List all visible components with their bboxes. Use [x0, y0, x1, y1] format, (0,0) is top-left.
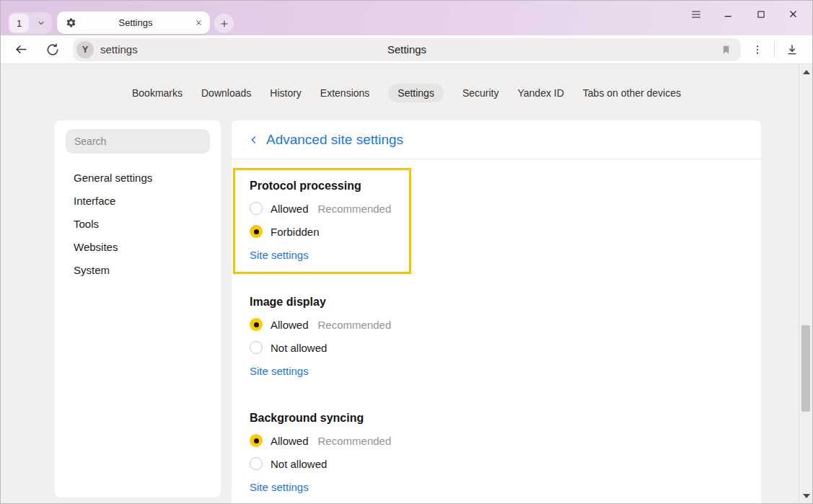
option-label: Not allowed	[271, 342, 327, 354]
nav-tab-settings[interactable]: Settings	[388, 84, 444, 102]
bookmark-button[interactable]	[716, 40, 735, 59]
section-background-syncing: Background syncing Allowed Recommended N…	[250, 412, 743, 494]
option-row-forbidden[interactable]: Forbidden	[250, 220, 397, 243]
option-row-not-allowed[interactable]: Not allowed	[250, 336, 743, 359]
radio-selected[interactable]	[250, 434, 263, 447]
search-input[interactable]	[66, 129, 210, 154]
option-row-allowed[interactable]: Allowed Recommended	[250, 197, 397, 220]
nav-tab-yandex-id[interactable]: Yandex ID	[517, 84, 563, 102]
site-settings-link[interactable]: Site settings	[250, 365, 309, 377]
minimize-icon	[723, 9, 734, 19]
new-tab-button[interactable]	[214, 14, 234, 33]
radio-selected[interactable]	[250, 318, 263, 331]
scroll-down-icon[interactable]	[803, 494, 810, 498]
sidebar-item-interface[interactable]: Interface	[66, 189, 210, 212]
sidebar-menu: General settings Interface Tools Website…	[66, 166, 210, 281]
radio-unselected[interactable]	[250, 457, 263, 470]
page-title[interactable]: Advanced site settings	[266, 132, 403, 148]
nav-tab-security[interactable]: Security	[462, 84, 499, 102]
tab-bar: 1 Settings	[1, 1, 812, 35]
nav-tab-history[interactable]: History	[270, 84, 302, 102]
sidebar-item-general-settings[interactable]: General settings	[66, 166, 210, 189]
settings-page: Bookmarks Downloads History Extensions S…	[1, 64, 812, 503]
section-protocol-processing: Protocol processing Allowed Recommended …	[250, 180, 397, 262]
radio-selected[interactable]	[250, 225, 263, 238]
settings-nav-tabs: Bookmarks Downloads History Extensions S…	[1, 64, 812, 102]
downloads-button[interactable]	[782, 40, 802, 60]
advanced-settings-header[interactable]: Advanced site settings	[232, 120, 761, 159]
option-note: Recommended	[318, 435, 392, 447]
scroll-up-icon[interactable]	[803, 70, 810, 74]
sidebar-item-system[interactable]: System	[66, 258, 210, 281]
refresh-icon	[46, 43, 59, 56]
back-arrow-icon	[14, 43, 28, 56]
tab-counter-group: 1	[8, 12, 52, 34]
active-tab-settings[interactable]: Settings	[57, 12, 210, 34]
highlight-box-protocol-processing: Protocol processing Allowed Recommended …	[233, 168, 411, 274]
close-icon	[788, 9, 799, 19]
section-title: Protocol processing	[250, 180, 397, 193]
radio-unselected[interactable]	[250, 341, 263, 354]
site-settings-link[interactable]: Site settings	[250, 481, 309, 493]
more-actions-button[interactable]	[748, 40, 767, 59]
tab-close-icon[interactable]	[195, 19, 203, 27]
sidebar-item-websites[interactable]: Websites	[66, 235, 210, 258]
maximize-icon	[756, 9, 766, 19]
site-badge-icon[interactable]: Y	[76, 41, 94, 58]
main-panel: Advanced site settings Protocol processi…	[232, 120, 761, 504]
option-label: Allowed	[271, 203, 309, 215]
main-body: Protocol processing Allowed Recommended …	[232, 159, 761, 494]
content-area: General settings Interface Tools Website…	[55, 120, 812, 504]
refresh-button[interactable]	[41, 38, 64, 61]
section-image-display: Image display Allowed Recommended Not al…	[250, 296, 743, 378]
maximize-button[interactable]	[755, 8, 767, 20]
browser-window: 1 Settings	[0, 0, 813, 504]
tab-title: Settings	[76, 17, 195, 28]
option-row-not-allowed[interactable]: Not allowed	[250, 452, 743, 475]
close-window-button[interactable]	[787, 8, 799, 20]
section-title: Background syncing	[250, 412, 743, 425]
option-row-allowed[interactable]: Allowed Recommended	[250, 429, 743, 452]
site-settings-link[interactable]: Site settings	[250, 249, 309, 261]
minimize-button[interactable]	[722, 8, 734, 20]
kebab-icon	[752, 44, 763, 56]
nav-tab-bookmarks[interactable]: Bookmarks	[132, 84, 183, 102]
option-label: Not allowed	[271, 458, 327, 470]
hamburger-icon	[690, 9, 702, 20]
gear-icon	[66, 17, 76, 28]
vertical-scrollbar[interactable]	[799, 64, 812, 503]
option-label: Allowed	[271, 319, 309, 331]
chevron-left-icon	[249, 135, 259, 145]
tab-counter-button[interactable]: 1	[9, 13, 30, 33]
back-button[interactable]	[9, 38, 32, 61]
url-text: settings	[100, 43, 138, 56]
scrollbar-thumb[interactable]	[801, 325, 810, 412]
sidebar-item-tools[interactable]: Tools	[66, 212, 210, 235]
tab-list-chevron-button[interactable]	[30, 12, 52, 34]
menu-button[interactable]	[690, 8, 702, 20]
radio-unselected[interactable]	[250, 202, 263, 215]
nav-tab-downloads[interactable]: Downloads	[201, 84, 251, 102]
option-label: Forbidden	[271, 226, 320, 238]
chevron-down-icon	[37, 19, 45, 27]
plus-icon	[219, 19, 229, 29]
address-bar[interactable]: Y settings Settings	[73, 38, 741, 61]
nav-tab-other-devices[interactable]: Tabs on other devices	[583, 84, 681, 102]
window-controls	[690, 8, 799, 20]
option-note: Recommended	[318, 203, 392, 215]
option-row-allowed[interactable]: Allowed Recommended	[250, 313, 743, 336]
settings-sidebar: General settings Interface Tools Website…	[55, 120, 221, 498]
browser-toolbar: Y settings Settings	[1, 35, 812, 64]
option-label: Allowed	[271, 435, 309, 447]
download-icon	[786, 43, 799, 56]
bookmark-flag-icon	[721, 44, 731, 56]
nav-tab-extensions[interactable]: Extensions	[320, 84, 369, 102]
address-bar-page-title: Settings	[73, 43, 741, 56]
toolbar-divider	[774, 43, 775, 57]
option-note: Recommended	[318, 319, 392, 331]
section-title: Image display	[250, 296, 743, 309]
